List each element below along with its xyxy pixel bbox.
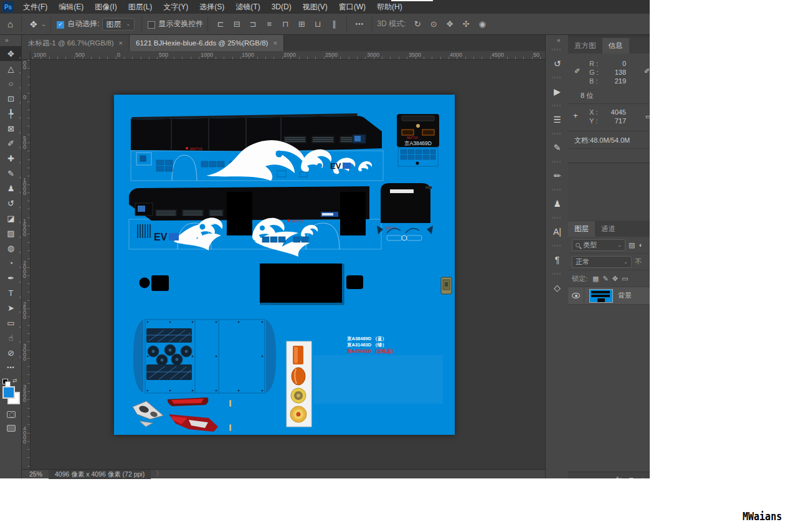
lock-move-icon[interactable]: ✥	[610, 275, 620, 282]
menu-item-8[interactable]: 视图(V)	[297, 0, 333, 14]
layer-name[interactable]: 背景	[618, 291, 632, 300]
more-options-icon[interactable]: •••	[351, 21, 368, 27]
tab-layers[interactable]: 图层	[568, 221, 595, 237]
clone-stamp-tool[interactable]: ♟	[0, 181, 22, 196]
menu-item-0[interactable]: 文件(F)	[17, 0, 53, 14]
tab-histogram[interactable]: 直方图	[568, 38, 602, 54]
menu-item-1[interactable]: 编辑(E)	[53, 0, 89, 14]
hand-tool[interactable]: ☝	[0, 330, 22, 345]
menu-item-4[interactable]: 文字(Y)	[158, 0, 194, 14]
status-chevron-icon[interactable]: 〉	[151, 470, 168, 478]
path-selection-tool[interactable]: ➤	[0, 300, 22, 315]
home-icon[interactable]: ⌂	[4, 19, 17, 29]
toolbar-expand-icon[interactable]: »	[0, 35, 21, 46]
quick-selection-tool[interactable]: ⊡	[0, 91, 22, 106]
ellipse-marquee-tool[interactable]: ○	[0, 76, 22, 91]
canvas-pasteboard[interactable]: 9607715 EV	[31, 60, 545, 469]
crop-tool[interactable]: ╄	[0, 106, 22, 121]
chevron-down-icon[interactable]: ⌄	[41, 21, 46, 27]
3d-panel-icon[interactable]: ◇	[546, 278, 569, 297]
rectangle-tool[interactable]: ▭	[0, 315, 22, 330]
filter-kind-icon[interactable]: ▨	[629, 241, 635, 249]
tab-info[interactable]: 信息	[602, 38, 629, 54]
edit-toolbar-icon[interactable]: •••	[0, 360, 22, 375]
lock-paint-icon[interactable]: ✎	[601, 275, 610, 282]
layer-mask-icon[interactable]: ◙	[629, 475, 634, 478]
close-icon[interactable]: ×	[119, 39, 123, 47]
close-icon[interactable]: ×	[273, 39, 277, 47]
menu-item-9[interactable]: 窗口(W)	[333, 0, 371, 14]
tab-channels[interactable]: 通道	[595, 221, 622, 237]
menu-item-7[interactable]: 3D(D)	[266, 0, 297, 14]
type-tool[interactable]: T	[0, 285, 22, 300]
layer-thumbnail[interactable]	[589, 289, 613, 303]
photoshop-logo-icon[interactable]: Ps	[2, 1, 14, 12]
align-right-icon[interactable]: ⊐	[245, 19, 261, 29]
swap-colors-icon[interactable]: ⇄	[12, 378, 17, 384]
healing-brush-tool[interactable]: ✚	[0, 151, 22, 166]
3d-drag-icon[interactable]: ✥	[442, 19, 458, 29]
3d-roll-icon[interactable]: ⊙	[425, 19, 442, 29]
distribute-h-icon[interactable]: ≡	[261, 19, 277, 29]
lock-artboard-icon[interactable]: ▭	[620, 275, 630, 282]
pen-tool[interactable]: ✒	[0, 270, 22, 285]
clone-source-panel-icon[interactable]: ♟	[546, 194, 569, 213]
align-bottom-icon[interactable]: ⊔	[310, 19, 326, 29]
brush-tool[interactable]: ✎	[0, 166, 22, 181]
visibility-toggle[interactable]	[568, 287, 584, 304]
menu-item-10[interactable]: 帮助(H)	[371, 0, 408, 14]
screen-mode-button[interactable]	[0, 421, 22, 435]
auto-select-checkbox[interactable]	[57, 21, 64, 29]
dock-collapse-icon[interactable]: «	[546, 35, 568, 45]
quick-mask-button[interactable]	[0, 407, 22, 421]
adjustments-panel-icon[interactable]: ☰	[546, 110, 569, 129]
menu-item-3[interactable]: 图层(L)	[123, 0, 158, 14]
dodge-tool[interactable]: ◔	[0, 255, 22, 270]
ruler-corner[interactable]	[22, 51, 31, 60]
marquee-tool[interactable]: △	[0, 61, 22, 76]
eraser-tool[interactable]: ◪	[0, 211, 22, 226]
layer-effects-icon[interactable]: fx	[616, 475, 622, 478]
horizontal-ruler[interactable]: 1000500050010001500200025003000350040004…	[31, 51, 545, 60]
layer-filter-dropdown[interactable]: 类型 ⌄	[572, 239, 625, 251]
auto-select-dropdown[interactable]: 图层 ⌄	[102, 18, 135, 31]
gradient-tool[interactable]: ▨	[0, 226, 22, 240]
move-tool-icon[interactable]: ✥	[26, 19, 41, 29]
layer-row-background[interactable]: 背景	[568, 287, 650, 305]
default-colors-icon[interactable]	[2, 379, 8, 384]
distribute-v-icon[interactable]: ∥	[326, 19, 342, 29]
brush-settings-panel-icon[interactable]: ✎	[546, 138, 569, 157]
actions-panel-icon[interactable]: ▶	[546, 82, 569, 101]
align-top-icon[interactable]: ⊓	[277, 19, 293, 29]
character-panel-icon[interactable]: A|	[546, 222, 569, 241]
brushes-panel-icon[interactable]: ✏	[546, 166, 569, 185]
zoom-tool[interactable]: ⊘	[0, 345, 22, 360]
show-transform-checkbox[interactable]	[148, 21, 155, 29]
move-tool[interactable]: ✥	[0, 46, 22, 61]
zoom-level-field[interactable]: 25%	[22, 470, 49, 478]
document-tab-untitled[interactable]: 未标题-1 @ 66.7%(RGB/8) ×	[22, 35, 130, 51]
history-panel-icon[interactable]: ↺	[546, 54, 569, 73]
canvas-image[interactable]: 9607715 EV	[114, 95, 455, 435]
adjustment-layer-icon[interactable]: ◑	[640, 475, 645, 478]
filter-effects-icon[interactable]: ◖	[638, 241, 642, 249]
eyedropper-tool[interactable]: ✐	[0, 136, 22, 151]
3d-camera-icon[interactable]: ◉	[474, 19, 490, 29]
link-layers-icon[interactable]: ∞	[604, 475, 609, 478]
align-middle-icon[interactable]: ⊞	[293, 19, 310, 29]
menu-item-6[interactable]: 滤镜(T)	[230, 0, 265, 14]
lock-transparent-icon[interactable]: ▦	[591, 275, 601, 282]
menu-item-5[interactable]: 选择(S)	[194, 0, 230, 14]
align-left-icon[interactable]: ⊏	[212, 19, 229, 29]
vertical-ruler[interactable]: 0005001000150020002500300035004000	[22, 60, 31, 469]
paragraph-panel-icon[interactable]: ¶	[546, 250, 569, 269]
foreground-color-swatch[interactable]	[2, 386, 15, 399]
history-brush-tool[interactable]: ↺	[0, 196, 22, 211]
document-tab-dds[interactable]: 6121 BJHexie-blue-6.dds @ 25%(RGB/8) ×	[130, 35, 284, 51]
align-center-h-icon[interactable]: ⊟	[229, 19, 245, 29]
3d-slide-icon[interactable]: ✣	[458, 19, 474, 29]
menu-item-2[interactable]: 图像(I)	[89, 0, 122, 14]
3d-rotate-icon[interactable]: ↻	[409, 19, 425, 29]
frame-tool[interactable]: ⊠	[0, 121, 22, 136]
blur-tool[interactable]: ◍	[0, 240, 22, 255]
